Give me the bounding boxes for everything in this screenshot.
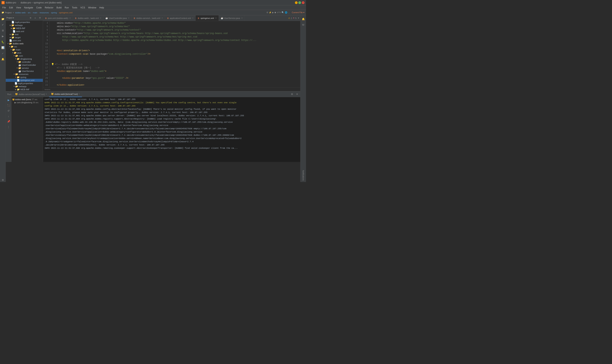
tab-pom-xml[interactable]: 🗎 pom.xml (dubbo-web) ✕ bbox=[43, 15, 73, 21]
tree-userservice[interactable]: ☕ UserService bbox=[6, 70, 43, 73]
run-tab-close[interactable]: ✕ bbox=[45, 93, 47, 95]
tab-close-btn[interactable]: ✕ bbox=[241, 17, 243, 19]
run-play-btn[interactable]: ▶ bbox=[6, 98, 11, 102]
run-more-btn[interactable]: ⋮ bbox=[6, 125, 11, 129]
tree-service-folder[interactable]: ▼ 📂 service bbox=[6, 66, 43, 70]
log-line: .1&side=provider&timestamp=1668345012641… bbox=[45, 143, 299, 147]
code-editor[interactable]: 4 5 6 7 8 9 10 11 12 13 14 15 16 17 bbox=[43, 21, 300, 87]
sidebar-debug-icon[interactable]: 🐛 bbox=[1, 40, 5, 44]
run-tab-web[interactable]: 🐱 dubbo-web [tomcat7:run] ✕ bbox=[49, 91, 82, 97]
menu-tools[interactable]: Tools bbox=[70, 6, 79, 9]
tree-webxml[interactable]: 📄 web.xml bbox=[6, 30, 43, 33]
tree-icon2[interactable]: ≡ bbox=[33, 16, 37, 20]
run-tab-service[interactable]: 🐱 dubbo-service [tomcat7:run] ✕ bbox=[13, 91, 49, 97]
sidebar-remote-icon[interactable]: 🖥 bbox=[1, 28, 5, 32]
run-tree-icon: 🐱 bbox=[12, 98, 14, 101]
menu-bar: File Edit View Navigate Code Refactor Bu… bbox=[0, 5, 306, 10]
tab-close-btn[interactable]: ✕ bbox=[69, 17, 71, 19]
run-rerun-btn[interactable]: ↺ bbox=[6, 109, 11, 113]
tree-dubbo-web[interactable]: ▼ 📂 dubbo-web bbox=[6, 42, 43, 45]
menu-file[interactable]: File bbox=[1, 6, 7, 9]
sidebar-notifications-icon[interactable]: 🔔 bbox=[1, 57, 5, 61]
run-scroll-btn[interactable]: ↓ bbox=[6, 114, 11, 118]
tree-src[interactable]: ▼ 📂 src bbox=[6, 45, 43, 48]
run-pin-btn[interactable]: 📌 bbox=[6, 119, 11, 124]
run-close-btn[interactable]: ✕ bbox=[295, 92, 299, 96]
tree-java[interactable]: ▼ 📂 java bbox=[6, 51, 43, 54]
tree-java-icon: ☕ bbox=[18, 64, 21, 66]
menu-edit[interactable]: Edit bbox=[7, 6, 14, 9]
tree-icon1[interactable]: ⊕ bbox=[28, 16, 32, 20]
menu-navigate[interactable]: Navigate bbox=[23, 6, 35, 9]
tab-close-btn[interactable]: ✕ bbox=[128, 17, 130, 19]
nav-dubbo-web[interactable]: dubbo-web bbox=[15, 12, 26, 14]
tree-test[interactable]: ▶ 📁 test bbox=[6, 33, 43, 36]
left-sidebar: 📁 ✔ 🖥 ▶ 🐛 📊 ✓ 🔔 ⚙ bbox=[0, 15, 6, 182]
tree-icon3[interactable]: ⚙ bbox=[38, 16, 42, 20]
tree-pomxml[interactable]: 📄 pom.xml bbox=[6, 39, 43, 42]
run-tree: 🐱 dubbo-web [tomc 37 sec ▶ com.dingjiaxi… bbox=[12, 97, 43, 162]
menu-build[interactable]: Build bbox=[55, 6, 63, 9]
tree-log4j-prop2[interactable]: 📄 log4j.properties bbox=[6, 82, 43, 85]
rs-notifications-icon[interactable]: 🔔 bbox=[301, 17, 306, 21]
current-file-label: Current File ▾ bbox=[292, 11, 305, 14]
tab-close-btn[interactable]: ✕ bbox=[192, 17, 194, 19]
menu-window[interactable]: Window bbox=[87, 6, 98, 9]
nav-src[interactable]: src bbox=[28, 12, 31, 14]
menu-help[interactable]: Help bbox=[98, 6, 106, 9]
tree-folder-icon: 📂 bbox=[15, 73, 18, 76]
tab-appcontext[interactable]: 🗎 applicationContext.xml ✕ bbox=[165, 15, 196, 21]
tab-springmvc-xml[interactable]: 🗎 springmvc.xml ✕ bbox=[196, 15, 219, 21]
run-tree-com[interactable]: ▶ com.dingjiaxiong 36 sec bbox=[12, 101, 42, 104]
tab-dubbo-service-xml[interactable]: 🗎 dubbo-service\...\web.xml ✕ bbox=[132, 15, 165, 21]
sidebar-run-icon[interactable]: ▶ bbox=[1, 34, 5, 38]
tree-dingjiaxiong[interactable]: ▼ 📂 dingjiaxiong bbox=[6, 57, 43, 60]
run-settings-btn[interactable]: ⚙ bbox=[290, 92, 294, 96]
tree-log4j-prop[interactable]: 📄 log4j.properties bbox=[6, 21, 43, 24]
tab-close-btn[interactable]: ✕ bbox=[215, 17, 217, 19]
tree-webinf-2[interactable]: ▶ 📁 WEB-INF bbox=[6, 88, 43, 91]
menu-code[interactable]: Code bbox=[35, 6, 43, 9]
sidebar-commit-icon[interactable]: ✔ bbox=[1, 23, 5, 27]
tree-main[interactable]: ▼ 📂 main bbox=[6, 48, 43, 51]
sidebar-settings-icon[interactable]: ⚙ bbox=[1, 178, 5, 182]
run-stop-btn[interactable]: ⬛ bbox=[6, 103, 11, 107]
tree-com[interactable]: ▼ 📂 com bbox=[6, 54, 43, 57]
nav-resources[interactable]: resources bbox=[40, 12, 49, 14]
close-button[interactable]: ✕ bbox=[302, 1, 305, 4]
tree-arrow: ▼ bbox=[14, 76, 17, 78]
tree-target[interactable]: ▶ 📁 target bbox=[6, 36, 43, 39]
tree-folder-icon: 📂 bbox=[18, 67, 21, 69]
tree-webinf-1[interactable]: ▶ 📂 WEB-INF bbox=[6, 27, 43, 30]
sidebar-project-icon[interactable]: 📁 bbox=[1, 17, 5, 21]
run-tab-close[interactable]: ✕ bbox=[79, 93, 80, 95]
minimize-button[interactable]: ─ bbox=[295, 1, 298, 4]
sidebar-profile-icon[interactable]: 📊 bbox=[1, 46, 5, 50]
nav-main[interactable]: main bbox=[33, 12, 38, 14]
tree-springmvc-xml[interactable]: 📄 springmvc.xml bbox=[6, 79, 43, 82]
sidebar-todo-icon[interactable]: ✓ bbox=[1, 51, 5, 55]
nav-spring[interactable]: spring bbox=[51, 12, 57, 14]
maximize-button[interactable]: □ bbox=[298, 1, 301, 4]
tree-controller[interactable]: ▼ 📂 controller bbox=[6, 60, 43, 64]
tab-menu-btn[interactable]: ▾ bbox=[298, 17, 299, 19]
run-tree-web[interactable]: 🐱 dubbo-web [tomc 37 sec bbox=[12, 98, 42, 101]
tab-close-btn[interactable]: ✕ bbox=[161, 17, 163, 19]
tree-spring[interactable]: ▼ 📂 spring bbox=[6, 76, 43, 79]
tree-resources[interactable]: ▼ 📂 resources bbox=[6, 73, 43, 76]
tree-usercontroller[interactable]: ☕ UserController bbox=[6, 64, 43, 66]
tree-arrow: ▶ bbox=[9, 37, 12, 39]
tree-webapp-2[interactable]: ▼ 📂 webapp bbox=[6, 85, 43, 88]
menu-vcs[interactable]: VCS bbox=[79, 6, 87, 9]
code-content[interactable]: xmlns:dubbo="http://dubbo.apache.org/sch… bbox=[50, 21, 300, 87]
tab-close-btn[interactable]: ✕ bbox=[100, 17, 101, 19]
tree-webapp-1[interactable]: ▶ 📂 webapp bbox=[6, 24, 43, 27]
rs-maven-icon[interactable]: M bbox=[301, 23, 306, 27]
menu-refactor[interactable]: Refactor bbox=[43, 6, 55, 9]
menu-view[interactable]: View bbox=[14, 6, 23, 9]
tab-usercontroller[interactable]: ☕ UserController.java ✕ bbox=[104, 15, 132, 21]
console-output[interactable]: config item in it., dubbo version: 2.7.4… bbox=[43, 97, 300, 162]
tab-userservice[interactable]: ☕ UserService.java ✕ bbox=[219, 15, 245, 21]
tab-dubbo-web-xml[interactable]: 🗎 dubbo-web\...\web.xml ✕ bbox=[73, 15, 104, 21]
menu-run[interactable]: Run bbox=[63, 6, 70, 9]
